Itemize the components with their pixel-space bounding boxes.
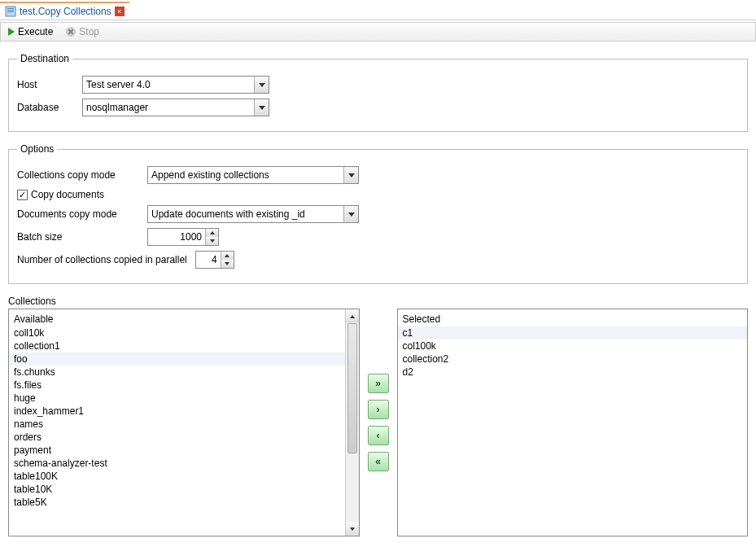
database-label: Database xyxy=(17,102,82,113)
database-input[interactable] xyxy=(83,99,254,116)
scrollbar[interactable] xyxy=(345,309,359,536)
host-input[interactable] xyxy=(83,77,254,93)
tab-copy-collections[interactable]: test.Copy Collections × xyxy=(0,2,129,20)
execute-button[interactable]: Execute xyxy=(6,25,55,38)
remove-one-button[interactable]: ‹ xyxy=(368,426,389,445)
list-item[interactable]: index_hammer1 xyxy=(9,405,345,418)
selected-header: Selected xyxy=(398,312,748,326)
chevron-down-icon[interactable] xyxy=(254,77,269,93)
scroll-down-icon[interactable] xyxy=(346,522,359,536)
batch-size-label: Batch size xyxy=(17,231,147,243)
documents-copy-mode-input[interactable] xyxy=(148,206,343,222)
collections-copy-mode-combo[interactable] xyxy=(147,166,359,184)
execute-label: Execute xyxy=(18,26,53,37)
database-combo[interactable] xyxy=(82,99,269,116)
parallel-input[interactable] xyxy=(196,252,221,268)
collections-copy-mode-input[interactable] xyxy=(148,167,343,183)
move-buttons: » › ‹ « xyxy=(368,309,389,536)
list-item[interactable]: coll10k xyxy=(9,326,345,339)
list-item[interactable]: names xyxy=(9,418,345,431)
copy-documents-checkbox[interactable]: ✓ xyxy=(17,190,28,200)
stop-label: Stop xyxy=(79,26,99,37)
svg-rect-3 xyxy=(7,11,14,12)
parallel-stepper[interactable] xyxy=(195,251,234,269)
selected-listbox[interactable]: Selected c1col100kcollection2d2 xyxy=(397,309,749,536)
document-icon xyxy=(5,6,16,17)
double-chevron-left-icon: « xyxy=(375,457,381,466)
destination-legend: Destination xyxy=(17,53,72,64)
batch-size-input[interactable] xyxy=(148,229,205,245)
documents-copy-mode-combo[interactable] xyxy=(147,205,359,223)
spin-down-icon[interactable] xyxy=(206,237,218,245)
list-item[interactable]: table100K xyxy=(9,470,345,483)
batch-size-stepper[interactable] xyxy=(147,228,219,246)
chevron-down-icon[interactable] xyxy=(343,206,358,222)
list-item[interactable]: collection1 xyxy=(9,339,345,353)
add-all-button[interactable]: » xyxy=(368,374,389,393)
list-item[interactable]: schema-analyzer-test xyxy=(9,457,345,470)
list-item[interactable]: fs.files xyxy=(9,379,345,392)
destination-group: Destination Host Database xyxy=(8,53,748,132)
list-item[interactable]: foo xyxy=(9,353,345,366)
list-item[interactable]: c1 xyxy=(398,326,748,339)
remove-all-button[interactable]: « xyxy=(368,452,389,471)
list-item[interactable]: table5K xyxy=(9,496,345,509)
list-item[interactable]: col100k xyxy=(398,339,748,353)
documents-copy-mode-label: Documents copy mode xyxy=(17,208,147,220)
double-chevron-right-icon: » xyxy=(375,379,381,388)
available-listbox[interactable]: Available coll10kcollection1foofs.chunks… xyxy=(8,309,360,536)
list-item[interactable]: fs.chunks xyxy=(9,366,345,379)
available-header: Available xyxy=(9,312,345,326)
dual-list: Available coll10kcollection1foofs.chunks… xyxy=(8,309,748,536)
list-item[interactable]: orders xyxy=(9,431,345,444)
add-one-button[interactable]: › xyxy=(368,400,389,419)
scroll-thumb[interactable] xyxy=(347,323,357,453)
list-item[interactable]: huge xyxy=(9,392,345,405)
svg-rect-2 xyxy=(7,10,14,11)
parallel-label: Number of collections copied in parallel xyxy=(17,254,187,265)
close-icon[interactable]: × xyxy=(115,7,125,16)
chevron-right-icon: › xyxy=(377,405,380,414)
list-item[interactable]: payment xyxy=(9,444,345,457)
tab-bar: test.Copy Collections × xyxy=(0,0,756,20)
svg-rect-1 xyxy=(7,8,14,9)
scroll-up-icon[interactable] xyxy=(346,309,359,323)
list-item[interactable]: collection2 xyxy=(398,353,748,366)
spin-up-icon[interactable] xyxy=(221,252,234,260)
list-item[interactable]: table10K xyxy=(9,483,345,496)
host-combo[interactable] xyxy=(82,76,269,94)
options-group: Options Collections copy mode ✓ Copy doc… xyxy=(8,143,748,284)
play-icon xyxy=(8,28,15,36)
spin-up-icon[interactable] xyxy=(206,229,218,237)
list-item[interactable]: d2 xyxy=(398,366,748,379)
collections-copy-mode-label: Collections copy mode xyxy=(17,169,147,181)
chevron-down-icon[interactable] xyxy=(254,99,269,116)
tab-title: test.Copy Collections xyxy=(20,6,111,17)
copy-documents-label: Copy documents xyxy=(31,189,104,200)
spin-down-icon[interactable] xyxy=(221,260,234,268)
chevron-left-icon: ‹ xyxy=(377,431,380,440)
toolbar: Execute Stop xyxy=(0,22,756,42)
collections-section-label: Collections xyxy=(8,296,748,307)
stop-icon xyxy=(66,27,76,37)
stop-button: Stop xyxy=(63,25,102,38)
host-label: Host xyxy=(17,79,82,90)
chevron-down-icon[interactable] xyxy=(343,167,358,183)
options-legend: Options xyxy=(17,143,57,155)
